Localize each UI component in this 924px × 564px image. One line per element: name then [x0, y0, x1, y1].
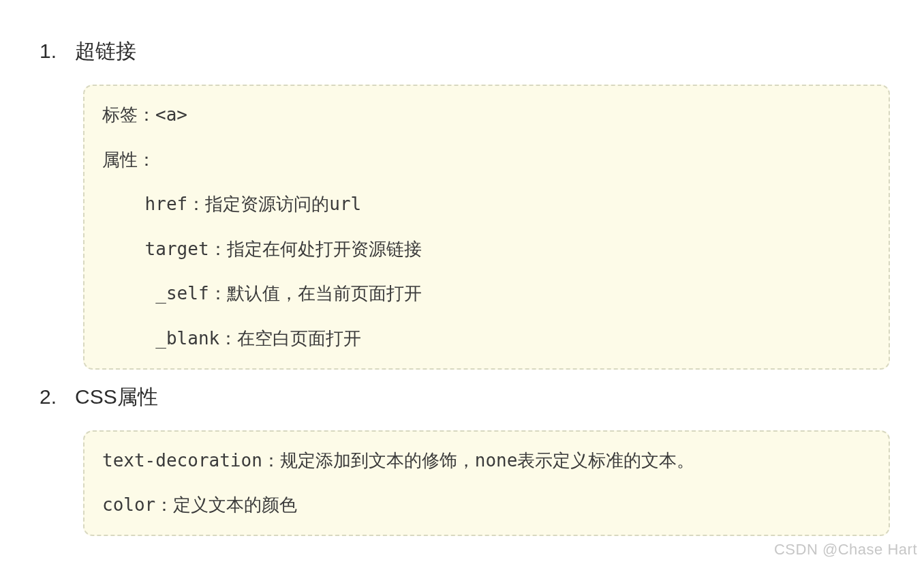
- code-line: _blank：在空白页面打开: [102, 325, 872, 353]
- code-line: text-decoration：规定添加到文本的修饰，none表示定义标准的文本…: [102, 447, 872, 475]
- code-line: color：定义文本的颜色: [102, 491, 872, 520]
- list-item-head: 1. 超链接: [34, 38, 890, 65]
- list-item-css: 2. CSS属性 text-decoration：规定添加到文本的修饰，none…: [34, 383, 890, 536]
- code-box-css: text-decoration：规定添加到文本的修饰，none表示定义标准的文本…: [83, 430, 890, 536]
- list-item-head: 2. CSS属性: [34, 383, 890, 411]
- list-title: 超链接: [75, 38, 136, 65]
- code-line: 属性：: [102, 146, 872, 175]
- ordered-list: 1. 超链接 标签：<a> 属性： href：指定资源访问的url target…: [34, 38, 890, 536]
- watermark: CSDN @Chase Hart: [774, 541, 917, 559]
- code-line: _self：默认值，在当前页面打开: [102, 280, 872, 308]
- list-number: 1.: [34, 40, 75, 63]
- code-line: href：指定资源访问的url: [102, 190, 872, 219]
- list-item-hyperlink: 1. 超链接 标签：<a> 属性： href：指定资源访问的url target…: [34, 38, 890, 370]
- code-box-hyperlink: 标签：<a> 属性： href：指定资源访问的url target：指定在何处打…: [83, 85, 890, 370]
- code-line: target：指定在何处打开资源链接: [102, 235, 872, 264]
- code-line: 标签：<a>: [102, 101, 872, 130]
- list-title: CSS属性: [75, 383, 158, 411]
- list-number: 2.: [34, 385, 75, 409]
